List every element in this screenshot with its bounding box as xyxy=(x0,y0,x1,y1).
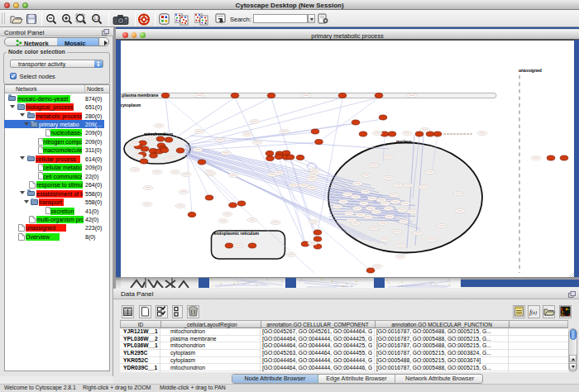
svg-text:nucleus: nucleus xyxy=(396,139,412,144)
svg-text:f(x): f(x) xyxy=(529,308,537,316)
svg-text:mitochondrion: mitochondrion xyxy=(144,131,173,136)
svg-text:1:1: 1:1 xyxy=(93,16,99,21)
svg-text:cytoplasm: cytoplasm xyxy=(121,103,141,108)
svg-text:endoplasmic reticulum: endoplasmic reticulum xyxy=(214,231,260,236)
svg-text:plasma membrane: plasma membrane xyxy=(122,93,159,98)
svg-text:unassigned: unassigned xyxy=(519,68,542,73)
